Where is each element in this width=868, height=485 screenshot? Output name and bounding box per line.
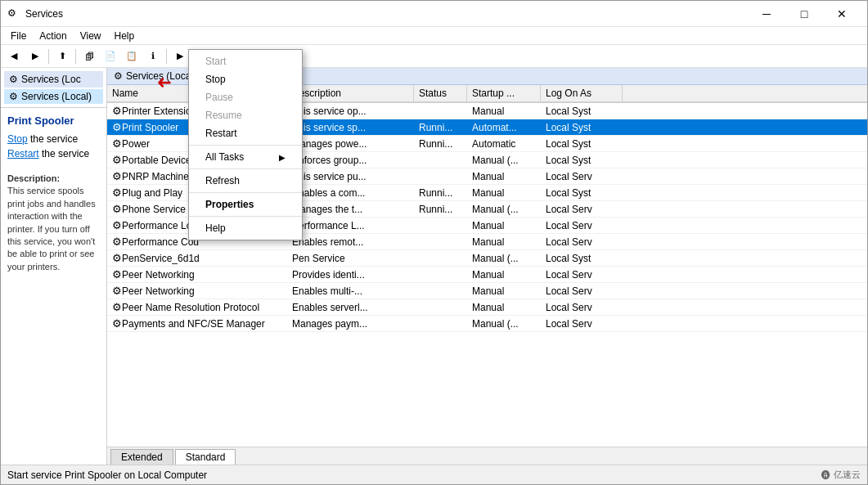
- tab-standard[interactable]: Standard: [175, 449, 236, 465]
- minimize-button[interactable]: ─: [748, 1, 785, 27]
- ctx-sep-4: [189, 216, 302, 217]
- ctx-sep-3: [189, 192, 302, 193]
- cell-logon-10: Local Serv: [541, 267, 623, 282]
- menu-action[interactable]: Action: [33, 29, 73, 43]
- cell-status-2: Runni...: [414, 137, 467, 151]
- cell-logon-0: Local Syst: [541, 104, 623, 119]
- menu-help[interactable]: Help: [108, 29, 142, 43]
- cell-desc-2: Manages powe...: [287, 137, 414, 151]
- tree-header: ⚙ Services (Loc: [4, 71, 103, 88]
- col-header-status[interactable]: Status: [414, 85, 467, 101]
- stop-service-row: Stop the service: [7, 133, 100, 145]
- service-icon-0: ⚙: [112, 105, 122, 117]
- tree-item-icon: ⚙: [9, 91, 18, 102]
- service-list-icon: ⚙: [114, 70, 123, 82]
- toolbar-new[interactable]: 📄: [101, 47, 120, 65]
- ctx-help[interactable]: Help: [189, 219, 302, 237]
- ctx-resume[interactable]: Resume: [189, 106, 302, 124]
- context-menu: Start Stop Pause Resume Restart All Task…: [188, 49, 303, 240]
- tree-icon: ⚙: [9, 74, 18, 85]
- ctx-start[interactable]: Start: [189, 52, 302, 70]
- tree-panel: ⚙ Services (Loc ⚙ Services (Local): [1, 68, 107, 107]
- cell-startup-12: Manual: [467, 300, 541, 315]
- left-section: ⚙ Services (Loc ⚙ Services (Local) Print…: [1, 68, 107, 465]
- cell-desc-7: Performance L...: [287, 218, 414, 233]
- ctx-stop[interactable]: Stop: [189, 70, 302, 88]
- cell-status-0: [414, 110, 467, 113]
- restart-service-text: the service: [42, 148, 89, 159]
- table-row[interactable]: ⚙Payments and NFC/SE Manager Manages pay…: [107, 316, 867, 332]
- toolbar-help[interactable]: ℹ: [143, 47, 163, 65]
- status-text: Start service Print Spooler on Local Com…: [7, 469, 815, 481]
- toolbar-up[interactable]: ⬆: [52, 47, 72, 65]
- cell-status-10: [414, 273, 467, 276]
- close-button[interactable]: ✕: [823, 1, 861, 27]
- cell-desc-0: This service op...: [287, 104, 414, 119]
- desc-title: Description:: [7, 173, 60, 183]
- table-row[interactable]: ⚙PenService_6d1d Pen Service Manual (...…: [107, 250, 867, 267]
- tree-item-services[interactable]: ⚙ Services (Local): [4, 89, 103, 104]
- stop-service-link[interactable]: Stop: [7, 133, 28, 145]
- cell-logon-3: Local Syst: [541, 153, 623, 168]
- cell-logon-9: Local Syst: [541, 251, 623, 266]
- ctx-all-tasks[interactable]: All Tasks ▶: [189, 148, 302, 166]
- toolbar-start[interactable]: ▶: [170, 47, 190, 65]
- maximize-button[interactable]: □: [785, 1, 823, 27]
- table-row[interactable]: ⚙Peer Networking Provides identi... Manu…: [107, 267, 867, 283]
- cell-desc-12: Enables serverl...: [287, 300, 414, 315]
- cell-startup-13: Manual (...: [467, 317, 541, 331]
- col-header-startup[interactable]: Startup ...: [467, 85, 541, 101]
- cell-name-10: ⚙Peer Networking: [107, 267, 287, 282]
- restart-service-link[interactable]: Restart: [7, 148, 39, 159]
- status-logo: 🅐 亿速云: [821, 469, 861, 481]
- toolbar-forward[interactable]: ▶: [25, 47, 45, 65]
- col-header-logon[interactable]: Log On As: [541, 85, 623, 101]
- cell-startup-0: Manual: [467, 104, 541, 119]
- cell-startup-1: Automat...: [467, 120, 541, 135]
- cell-startup-4: Manual: [467, 169, 541, 184]
- desc-text: This service spools print jobs and handl…: [7, 186, 96, 271]
- cell-desc-13: Manages paym...: [287, 317, 414, 331]
- cell-logon-12: Local Serv: [541, 300, 623, 315]
- cell-desc-9: Pen Service: [287, 251, 414, 266]
- cell-startup-9: Manual (...: [467, 251, 541, 266]
- menu-bar: File Action View Help: [1, 27, 867, 45]
- logo-icon: 🅐: [821, 470, 830, 480]
- title-bar: ⚙ Services ─ □ ✕: [1, 1, 867, 27]
- cell-logon-11: Local Serv: [541, 284, 623, 299]
- toolbar-back[interactable]: ◀: [4, 47, 24, 65]
- cell-logon-7: Local Serv: [541, 218, 623, 233]
- ctx-refresh[interactable]: Refresh: [189, 172, 302, 190]
- ctx-pause[interactable]: Pause: [189, 88, 302, 106]
- menu-view[interactable]: View: [74, 29, 108, 43]
- toolbar-properties[interactable]: 📋: [122, 47, 142, 65]
- cell-logon-5: Local Syst: [541, 186, 623, 200]
- cell-startup-10: Manual: [467, 267, 541, 282]
- col-header-desc[interactable]: Description: [287, 85, 414, 101]
- cell-status-5: Runni...: [414, 186, 467, 200]
- cell-logon-2: Local Syst: [541, 137, 623, 151]
- left-pane: Print Spooler Stop the service Restart t…: [1, 107, 107, 465]
- tab-extended[interactable]: Extended: [110, 449, 173, 465]
- cell-status-4: [414, 175, 467, 178]
- cell-status-6: Runni...: [414, 202, 467, 217]
- table-row[interactable]: ⚙Peer Networking Enables multi-... Manua…: [107, 283, 867, 299]
- ctx-restart[interactable]: Restart: [189, 124, 302, 142]
- menu-file[interactable]: File: [4, 29, 33, 43]
- cell-desc-10: Provides identi...: [287, 267, 414, 282]
- cell-startup-5: Manual: [467, 186, 541, 200]
- table-row[interactable]: ⚙Peer Name Resolution Protocol Enables s…: [107, 299, 867, 316]
- cell-logon-8: Local Serv: [541, 235, 623, 249]
- cell-desc-6: Manages the t...: [287, 202, 414, 217]
- cell-name-11: ⚙Peer Networking: [107, 283, 287, 299]
- toolbar-separator-1: [48, 49, 49, 64]
- window-title: Services: [25, 8, 748, 20]
- cell-logon-13: Local Serv: [541, 317, 623, 331]
- toolbar-show-hide[interactable]: 🗐: [79, 47, 99, 65]
- ctx-properties[interactable]: Properties: [189, 195, 302, 213]
- service-icon-1: ⚙: [112, 121, 122, 133]
- cell-startup-6: Manual (...: [467, 202, 541, 217]
- cell-startup-3: Manual (...: [467, 153, 541, 168]
- cell-desc-11: Enables multi-...: [287, 284, 414, 299]
- left-pane-desc: Description: This service spools print j…: [7, 173, 100, 273]
